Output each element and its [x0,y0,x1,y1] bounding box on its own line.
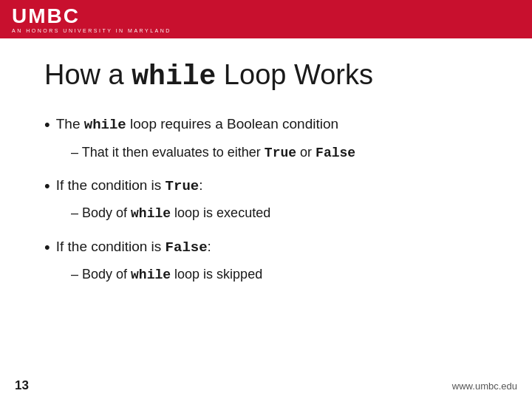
sub-bullet-1: That it then evaluates to either True or… [71,143,488,163]
bullet-dot-1: • [44,115,50,136]
bullet3-before: If the condition is [56,239,166,254]
bullet-text-2: If the condition is True: [56,176,203,197]
bullet-text-3: If the condition is False: [56,237,211,258]
bullet-item-3: • If the condition is False: [44,237,488,259]
bullet1-code: while [84,117,126,133]
sub1-middle: or [296,145,316,160]
slide-title: How a while Loop Works [44,59,488,92]
bullet2-code: True [166,178,200,194]
umbc-logo-text: UMBC [12,6,80,27]
bullet-dot-2: • [44,176,50,197]
umbc-logo: UMBC AN HONORS UNIVERSITY IN MARYLAND [12,6,171,33]
bullet-list-3: • If the condition is False: [44,237,488,259]
bullet-text-1: The while loop requires a Boolean condit… [56,115,338,135]
sub3-after: loop is skipped [171,267,262,282]
header-bar: UMBC AN HONORS UNIVERSITY IN MARYLAND [0,0,532,38]
bullet1-text-after: loop requires a Boolean condition [126,116,338,132]
sub-bullet-3: Body of while loop is skipped [71,265,488,284]
sub2-code: while [131,206,171,221]
bullet3-after: : [208,239,211,254]
footer-bar: 13 www.umbc.edu [0,372,532,399]
bullet2-before: If the condition is [56,177,166,193]
sub2-after: loop is executed [171,205,270,220]
sub1-code2: False [316,146,355,160]
bullet-item-1: • The while loop requires a Boolean cond… [44,115,488,136]
slide-number: 13 [15,378,29,393]
sub-bullet-2: Body of while loop is executed [71,204,488,223]
footer-url: www.umbc.edu [452,381,517,392]
bullet-list: • The while loop requires a Boolean cond… [44,115,488,136]
bullet-list-2: • If the condition is True: [44,176,488,197]
sub1-before: That it then evaluates to either [82,145,265,160]
title-part2: Loop Works [216,59,373,90]
bullet-item-2: • If the condition is True: [44,176,488,197]
sub3-code: while [131,267,171,282]
bullet-dot-3: • [44,237,50,259]
sub1-code1: True [265,146,296,160]
sub3-before: Body of [82,267,131,282]
title-code: while [132,61,216,92]
umbc-tagline: AN HONORS UNIVERSITY IN MARYLAND [12,28,171,33]
bullet1-text-before: The [56,116,84,132]
bullet2-after: : [199,177,202,193]
sub2-before: Body of [82,205,131,220]
slide-content: How a while Loop Works • The while loop … [0,38,532,313]
title-part1: How a [44,59,132,90]
bullet3-code: False [166,239,208,256]
